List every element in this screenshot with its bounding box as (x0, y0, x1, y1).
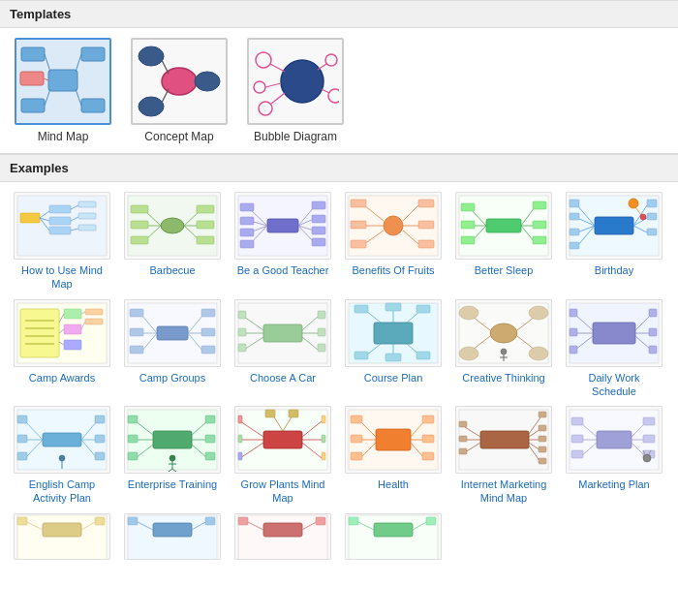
svg-point-119 (629, 199, 638, 208)
svg-rect-123 (20, 309, 59, 357)
example-good-teacher[interactable]: Be a Good Teacher (231, 192, 335, 292)
example-better-sleep-label: Better Sleep (475, 263, 534, 277)
svg-point-25 (325, 54, 337, 66)
svg-rect-243 (263, 431, 302, 448)
svg-rect-30 (20, 213, 40, 223)
example-barbecue[interactable]: Barbecue (120, 192, 225, 292)
example-course-plan[interactable]: Course Plan (341, 299, 446, 399)
svg-rect-129 (64, 324, 81, 334)
example-birthday-thumb (566, 192, 663, 260)
svg-point-12 (139, 46, 164, 66)
svg-rect-74 (312, 238, 325, 246)
example-course-plan-label: Course Plan (364, 371, 423, 385)
svg-rect-48 (131, 221, 148, 229)
svg-rect-171 (385, 303, 401, 311)
svg-rect-42 (78, 225, 96, 231)
svg-rect-208 (43, 433, 81, 447)
example-health[interactable]: Health (341, 406, 446, 506)
svg-rect-96 (461, 236, 475, 244)
svg-rect-135 (85, 319, 103, 324)
example-better-sleep-thumb (455, 192, 552, 260)
example-benefits-fruits[interactable]: Benefits Of Fruits (341, 192, 446, 292)
svg-rect-273 (422, 452, 434, 460)
svg-rect-301 (643, 417, 655, 425)
example-camp-awards[interactable]: Camp Awards (10, 299, 114, 399)
example-choose-a-car[interactable]: Choose A Car (231, 299, 335, 399)
svg-point-181 (490, 323, 517, 343)
example-benefits-fruits-thumb (345, 192, 442, 260)
svg-line-2 (45, 54, 50, 72)
svg-rect-194 (593, 323, 635, 344)
template-concept-map-thumb (131, 38, 228, 125)
svg-line-6 (44, 78, 48, 80)
svg-rect-214 (17, 452, 27, 460)
example-camp-groups[interactable]: Camp Groups (120, 299, 225, 399)
svg-rect-147 (201, 309, 215, 317)
svg-point-14 (139, 97, 164, 116)
example-daily-work-schedule[interactable]: Daily Work Schedule (562, 299, 666, 399)
svg-rect-263 (351, 416, 362, 423)
svg-rect-139 (157, 326, 188, 340)
example-enterprise-training[interactable]: Enterprise Training (120, 406, 225, 506)
example-partial-4[interactable] (341, 513, 446, 562)
example-internet-marketing[interactable]: Internet Marketing Mind Map (451, 406, 556, 506)
template-mind-map[interactable]: Mind Map (10, 38, 116, 143)
example-birthday[interactable]: Birthday (562, 192, 666, 292)
svg-rect-54 (197, 221, 214, 229)
example-partial-2[interactable] (120, 513, 225, 562)
example-english-camp[interactable]: English Camp Activity Plan (10, 406, 114, 506)
example-grow-plants-label: Grow Plants Mind Map (234, 477, 331, 506)
svg-rect-98 (533, 201, 546, 209)
svg-rect-106 (570, 200, 579, 207)
svg-rect-226 (128, 416, 138, 423)
svg-point-190 (501, 349, 507, 354)
svg-rect-134 (85, 309, 103, 315)
example-partial-1[interactable] (10, 513, 114, 562)
svg-rect-287 (459, 421, 467, 427)
template-bubble-diagram[interactable]: Bubble Diagram (242, 38, 349, 143)
svg-rect-204 (649, 328, 657, 336)
svg-rect-218 (95, 435, 105, 443)
svg-point-187 (529, 306, 548, 320)
svg-rect-175 (354, 352, 368, 359)
example-benefits-fruits-label: Benefits Of Fruits (353, 263, 435, 277)
example-barbecue-label: Barbecue (149, 263, 195, 277)
svg-point-189 (529, 347, 548, 360)
svg-rect-3 (81, 47, 105, 61)
svg-rect-281 (539, 436, 546, 442)
example-camp-awards-thumb (14, 299, 110, 367)
example-birthday-label: Birthday (595, 263, 633, 277)
example-creative-thinking[interactable]: Creative Thinking (451, 299, 556, 399)
svg-point-21 (254, 81, 265, 93)
svg-rect-316 (153, 523, 192, 537)
svg-rect-100 (533, 221, 546, 229)
svg-rect-297 (571, 435, 583, 443)
example-grow-plants[interactable]: Grow Plants Mind Map (231, 406, 335, 506)
svg-rect-38 (78, 201, 96, 207)
svg-point-27 (328, 89, 339, 103)
example-partial-3[interactable] (231, 513, 335, 562)
svg-rect-315 (128, 515, 217, 560)
example-how-to-use[interactable]: How to Use Mind Map (10, 192, 114, 292)
svg-rect-169 (354, 305, 368, 313)
template-concept-map[interactable]: Concept Map (126, 38, 232, 143)
svg-rect-155 (238, 311, 246, 319)
svg-rect-62 (240, 217, 254, 225)
svg-rect-177 (385, 354, 401, 361)
svg-rect-78 (351, 200, 366, 207)
svg-rect-328 (374, 523, 413, 537)
example-better-sleep[interactable]: Better Sleep (451, 192, 556, 292)
svg-rect-114 (647, 200, 657, 207)
example-marketing-plan[interactable]: Marketing Plan (562, 406, 666, 506)
svg-rect-153 (263, 324, 302, 342)
svg-line-4 (76, 54, 81, 72)
example-health-thumb (345, 406, 442, 474)
svg-rect-157 (238, 328, 246, 336)
svg-rect-130 (64, 340, 81, 350)
svg-rect-116 (647, 213, 657, 220)
template-mind-map-thumb (15, 38, 111, 125)
svg-rect-173 (416, 305, 430, 313)
example-daily-work-schedule-thumb (566, 299, 663, 367)
svg-rect-165 (318, 344, 325, 352)
svg-rect-102 (533, 236, 546, 244)
